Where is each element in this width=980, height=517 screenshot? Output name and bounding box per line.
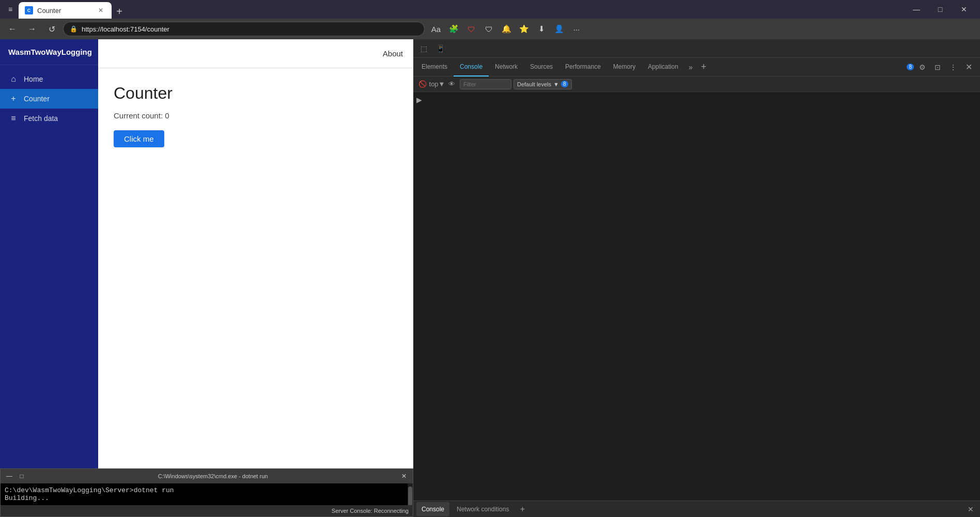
sidebar-item-home-label: Home: [24, 75, 43, 83]
new-tab-button[interactable]: +: [112, 4, 127, 19]
count-label: Current count:: [114, 111, 163, 120]
lock-icon: 🔒: [70, 25, 77, 33]
close-button[interactable]: ✕: [952, 0, 976, 19]
browser-chrome: ≡ C Counter ✕ + — □ ✕ ← → ↺ 🔒 https://lo…: [0, 0, 980, 517]
terminal-status-text: Server Console: Reconnecting: [332, 508, 409, 514]
main-area: WasmTwoWayLogging ⌂ Home + Counter ≡: [0, 39, 980, 517]
sidebar-item-counter-label: Counter: [24, 95, 50, 103]
page-content: About Counter Current count: 0 Click me: [98, 39, 413, 468]
updates-button[interactable]: 🔔: [498, 21, 515, 37]
devtools-tab-memory[interactable]: Memory: [607, 58, 642, 77]
devtools-tab-network[interactable]: Network: [489, 58, 524, 77]
terminal-scrollbar[interactable]: [408, 483, 413, 505]
bottom-tab-network-conditions[interactable]: Network conditions: [452, 502, 514, 516]
title-bar: ≡ C Counter ✕ + — □ ✕: [0, 0, 980, 19]
terminal-maximize-button[interactable]: □: [17, 472, 26, 481]
browser-viewport: WasmTwoWayLogging ⌂ Home + Counter ≡: [0, 39, 413, 517]
more-button[interactable]: ···: [568, 21, 585, 37]
tab-close-button[interactable]: ✕: [96, 6, 105, 15]
terminal-line-1: C:\dev\WasmTwoWayLogging\Server>dotnet r…: [5, 486, 403, 494]
devtools-tab-console[interactable]: Console: [454, 58, 489, 77]
devtools-tab-elements[interactable]: Elements: [415, 58, 454, 77]
terminal-title: C:\Windows\system32\cmd.exe - dotnet run: [29, 473, 396, 479]
app-wrapper: WasmTwoWayLogging ⌂ Home + Counter ≡: [0, 39, 413, 468]
sidebar-item-counter[interactable]: + Counter: [0, 89, 98, 109]
terminal-line-2: Building...: [5, 494, 403, 502]
tab-favicon: C: [25, 6, 33, 14]
inspect-element-button[interactable]: ⬚: [416, 41, 431, 56]
window-controls-right: — □ ✕: [905, 0, 976, 19]
console-body[interactable]: ▶: [413, 92, 980, 500]
default-levels-label: Default levels: [517, 81, 551, 87]
device-mode-button[interactable]: 📱: [433, 41, 447, 56]
devtools-more-options-button[interactable]: ⋮: [946, 60, 960, 74]
window-controls-left: ≡: [4, 3, 17, 16]
sidebar-item-fetchdata[interactable]: ≡ Fetch data: [0, 109, 98, 128]
console-filter-input[interactable]: [460, 79, 511, 89]
downloads-button[interactable]: ⬇: [533, 21, 550, 37]
bottom-tab-console[interactable]: Console: [416, 502, 449, 516]
counter-icon: +: [8, 94, 19, 103]
ad-block-button[interactable]: 🛡: [463, 21, 479, 37]
bottom-tabs-close-button[interactable]: ✕: [965, 503, 977, 515]
current-count-text: Current count: 0: [114, 111, 398, 120]
reader-mode-button[interactable]: Aa: [428, 21, 444, 37]
console-eye-button[interactable]: 👁: [445, 78, 458, 90]
devtools-settings-button[interactable]: ⚙: [915, 60, 929, 74]
back-button[interactable]: ←: [4, 21, 21, 37]
fetchdata-icon: ≡: [8, 114, 19, 123]
nav-right-buttons: Aa 🧩 🛡 🛡 🔔 ⭐ ⬇ 👤 ···: [428, 21, 585, 37]
terminal-content-row: C:\dev\WasmTwoWayLogging\Server>dotnet r…: [1, 483, 413, 505]
about-link[interactable]: About: [383, 49, 403, 58]
bottom-tab-add-button[interactable]: +: [516, 503, 528, 515]
devtools-tab-performance[interactable]: Performance: [559, 58, 607, 77]
address-text: https://localhost:7154/counter: [82, 25, 169, 33]
terminal-body[interactable]: C:\dev\WasmTwoWayLogging\Server>dotnet r…: [1, 483, 408, 505]
favorites-button[interactable]: ⭐: [516, 21, 532, 37]
devtools-tabs-bar: Elements Console Network Sources Perform…: [413, 58, 980, 77]
console-clear-button[interactable]: 🚫: [416, 78, 429, 90]
minimize-button[interactable]: —: [905, 0, 928, 19]
devtools-add-tab-button[interactable]: +: [697, 62, 711, 72]
browser-menu-button[interactable]: ≡: [4, 3, 17, 16]
console-toolbar: 🚫 top ▼ 👁 Default levels ▼ 8: [413, 77, 980, 92]
count-value: 0: [165, 111, 169, 120]
terminal-window: — □ C:\Windows\system32\cmd.exe - dotnet…: [0, 468, 413, 517]
extensions-button[interactable]: 🧩: [445, 21, 462, 37]
address-bar[interactable]: 🔒 https://localhost:7154/counter: [63, 22, 425, 36]
maximize-button[interactable]: □: [928, 0, 952, 19]
devtools-tab-application[interactable]: Application: [642, 58, 685, 77]
browser-tab-counter[interactable]: C Counter ✕: [19, 2, 112, 19]
devtools-tabs: Elements Console Network Sources Perform…: [413, 58, 907, 77]
click-me-button[interactable]: Click me: [114, 130, 164, 147]
console-expand-arrow[interactable]: ▶: [416, 96, 422, 104]
terminal-minimize-button[interactable]: —: [5, 472, 14, 481]
tab-title: Counter: [37, 7, 61, 14]
console-bottom-tabs: Console Network conditions + ✕: [413, 500, 980, 517]
top-nav: About: [98, 39, 413, 68]
console-top-dropdown[interactable]: top ▼: [431, 78, 443, 90]
home-icon: ⌂: [8, 74, 19, 84]
terminal-scrollbar-thumb: [408, 486, 412, 505]
page-body: Counter Current count: 0 Click me: [98, 68, 413, 468]
devtools-badge: 8: [907, 64, 914, 70]
sidebar-nav: ⌂ Home + Counter ≡ Fetch data: [0, 65, 98, 132]
forward-button[interactable]: →: [24, 21, 40, 37]
devtools-right-icons: 8 ⚙ ⊡ ⋮ ✕: [907, 60, 980, 74]
devtools-more-button[interactable]: »: [685, 63, 697, 71]
devtools-tab-sources[interactable]: Sources: [524, 58, 559, 77]
shield-button[interactable]: 🛡: [480, 21, 497, 37]
tab-bar: C Counter ✕ +: [19, 0, 905, 19]
devtools-panel: ⬚ 📱 Elements Console Network Sources Per…: [413, 39, 980, 517]
refresh-button[interactable]: ↺: [43, 21, 60, 37]
terminal-close-button[interactable]: ✕: [399, 472, 409, 481]
page-title: Counter: [114, 84, 398, 103]
default-levels-dropdown[interactable]: Default levels ▼ 8: [514, 79, 572, 89]
devtools-dock-button[interactable]: ⊡: [930, 60, 945, 74]
devtools-top-row: ⬚ 📱: [413, 39, 980, 58]
devtools-close-button[interactable]: ✕: [961, 60, 976, 74]
profile-button[interactable]: 👤: [551, 21, 567, 37]
sidebar-item-fetchdata-label: Fetch data: [24, 114, 58, 123]
sidebar-item-home[interactable]: ⌂ Home: [0, 69, 98, 89]
levels-badge: 8: [561, 81, 568, 87]
